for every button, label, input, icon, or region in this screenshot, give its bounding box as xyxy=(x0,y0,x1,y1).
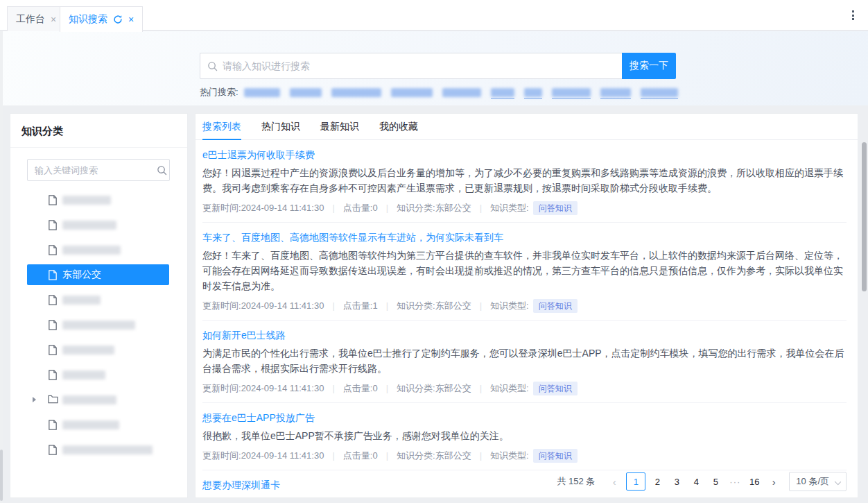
pagination-ellipsis[interactable]: ··· xyxy=(727,472,743,491)
pagination-page[interactable]: 16 xyxy=(747,472,762,491)
category-filter-input[interactable] xyxy=(35,165,157,176)
divider: | xyxy=(332,300,334,312)
hot-search-link[interactable] xyxy=(491,86,514,98)
close-icon[interactable]: × xyxy=(128,15,134,24)
knowledge-item-description: 您好！车来了、百度地图、高德地图等软件均为第三方平台提供的查车软件，并非我单位实… xyxy=(202,248,847,293)
document-icon xyxy=(48,295,58,305)
redacted-text xyxy=(244,88,280,97)
meta-clicks-label: 点击量: xyxy=(343,202,373,214)
tab-my-favorites[interactable]: 我的收藏 xyxy=(379,114,418,139)
divider: | xyxy=(386,202,388,214)
meta-type-label: 知识类型: xyxy=(490,300,529,312)
meta-updated-label: 更新时间: xyxy=(202,382,241,395)
pagination-page[interactable]: 4 xyxy=(688,472,704,491)
search-icon xyxy=(207,61,218,71)
meta-updated-value: 2024-09-14 11:41:30 xyxy=(241,450,324,462)
category-filter-box xyxy=(27,159,170,181)
redacted-text xyxy=(62,196,111,205)
knowledge-item-title[interactable]: e巴士退票为何收取手续费 xyxy=(202,148,315,161)
window-tab-workbench-label: 工作台 xyxy=(16,13,45,26)
knowledge-search-input[interactable] xyxy=(223,60,615,71)
window-tab-bar: 工作台 × 知识搜索 × xyxy=(0,0,868,31)
pagination-next-icon[interactable]: › xyxy=(766,472,781,491)
tab-search-results[interactable]: 搜索列表 xyxy=(202,114,241,139)
sidebar-item-label: 东部公交 xyxy=(62,268,101,281)
refresh-icon[interactable] xyxy=(113,15,123,24)
page-scrollbar-thumb[interactable] xyxy=(862,142,867,291)
pagination-page[interactable]: 5 xyxy=(708,472,723,491)
sidebar-item-category[interactable] xyxy=(27,214,169,235)
sidebar-item-category[interactable] xyxy=(27,414,169,435)
knowledge-item-meta: 更新时间: 2024-09-14 11:41:30|点击量: 0|知识分类: 东… xyxy=(202,449,847,463)
page-size-select[interactable]: 10 条/页 xyxy=(789,472,847,491)
hot-search-link[interactable] xyxy=(331,86,381,96)
meta-updated-value: 2024-09-14 11:41:30 xyxy=(241,382,324,395)
knowledge-item-title[interactable]: 想要在e巴士APP投放广告 xyxy=(202,411,315,424)
sidebar-item-category[interactable] xyxy=(27,239,169,260)
meta-category-value: 东部公交 xyxy=(435,202,471,214)
meta-clicks-label: 点击量: xyxy=(343,300,373,312)
pagination-page-current[interactable]: 1 xyxy=(626,472,645,491)
knowledge-search-box xyxy=(200,53,622,79)
hot-search-link[interactable] xyxy=(290,86,322,96)
meta-category-value: 东部公交 xyxy=(435,450,471,462)
knowledge-item-title[interactable]: 如何新开e巴士线路 xyxy=(202,329,286,341)
window-tab-knowledge-search[interactable]: 知识搜索 × xyxy=(60,6,143,32)
hot-search-link[interactable] xyxy=(442,86,481,96)
expand-caret-icon[interactable] xyxy=(33,397,36,402)
meta-clicks-value: 1 xyxy=(372,300,377,312)
sidebar-item-category[interactable] xyxy=(27,364,169,385)
hot-search-link[interactable] xyxy=(641,86,678,98)
document-icon xyxy=(48,195,58,205)
pagination-prev-icon[interactable]: ‹ xyxy=(607,472,622,491)
sidebar-item-category[interactable] xyxy=(27,439,169,460)
hot-search-link[interactable] xyxy=(244,86,280,96)
knowledge-item: e巴士退票为何收取手续费您好！因退票过程中产生的资源浪费以及后台业务量的增加等，… xyxy=(202,140,847,223)
sidebar-item-category[interactable] xyxy=(27,289,169,310)
redacted-text xyxy=(552,88,591,97)
knowledge-item: 车来了、百度地图、高德地图等软件显示有车进站，为何实际未看到车您好！车来了、百度… xyxy=(202,223,847,321)
left-scrollbar-track[interactable] xyxy=(0,31,3,503)
category-tree: 东部公交 xyxy=(10,189,187,460)
tab-latest-knowledge[interactable]: 最新知识 xyxy=(320,114,359,139)
hot-search-link[interactable] xyxy=(552,86,591,98)
pagination-page[interactable]: 3 xyxy=(669,472,684,491)
knowledge-item-description: 您好！因退票过程中产生的资源浪费以及后台业务量的增加等，为了减少不必要的重复购票… xyxy=(202,165,847,196)
window-tab-workbench[interactable]: 工作台 × xyxy=(7,6,65,31)
redacted-text xyxy=(641,88,678,97)
close-icon[interactable]: × xyxy=(51,15,56,24)
pagination-page[interactable]: 2 xyxy=(650,472,665,491)
divider: | xyxy=(332,202,334,214)
meta-updated-label: 更新时间: xyxy=(202,202,241,214)
knowledge-item-meta: 更新时间: 2024-09-14 11:41:30|点击量: 1|知识分类: 东… xyxy=(202,299,847,313)
sidebar-item-category[interactable] xyxy=(27,314,169,335)
search-icon[interactable] xyxy=(157,165,167,176)
folder-icon xyxy=(48,395,58,405)
meta-category-label: 知识分类: xyxy=(397,202,435,214)
knowledge-item: 想要在e巴士APP投放广告很抱歉，我单位e巴士APP暂不承接广告业务，感谢您对我… xyxy=(202,403,847,470)
sidebar-item-category[interactable] xyxy=(27,389,169,410)
document-icon xyxy=(48,220,58,230)
more-menu-icon[interactable] xyxy=(847,10,858,21)
hot-search-link[interactable] xyxy=(600,86,631,98)
document-icon xyxy=(48,320,58,330)
pagination-pages: 12345···16 xyxy=(624,472,764,491)
document-icon xyxy=(48,270,58,280)
tab-hot-knowledge[interactable]: 热门知识 xyxy=(261,114,300,139)
document-icon xyxy=(48,345,58,355)
knowledge-item-title[interactable]: 车来了、百度地图、高德地图等软件显示有车进站，为何实际未看到车 xyxy=(202,231,503,244)
pagination: 共 152 条 ‹ 12345···16 › 10 条/页 xyxy=(557,471,847,492)
hot-search-link[interactable] xyxy=(391,86,433,96)
search-button[interactable]: 搜索一下 xyxy=(622,53,676,79)
meta-clicks-value: 0 xyxy=(372,450,377,462)
left-scrollbar-thumb[interactable] xyxy=(0,450,3,501)
sidebar-item-category[interactable] xyxy=(27,189,169,210)
redacted-text xyxy=(62,420,119,429)
hot-search-link[interactable] xyxy=(524,86,542,98)
redacted-text xyxy=(62,346,114,355)
meta-category-label: 知识分类: xyxy=(397,450,435,462)
redacted-text xyxy=(62,395,116,404)
sidebar-item-category[interactable] xyxy=(27,339,169,360)
sidebar-item-selected-category[interactable]: 东部公交 xyxy=(27,264,169,285)
knowledge-item-title[interactable]: 想要办理深圳通卡 xyxy=(202,479,280,491)
